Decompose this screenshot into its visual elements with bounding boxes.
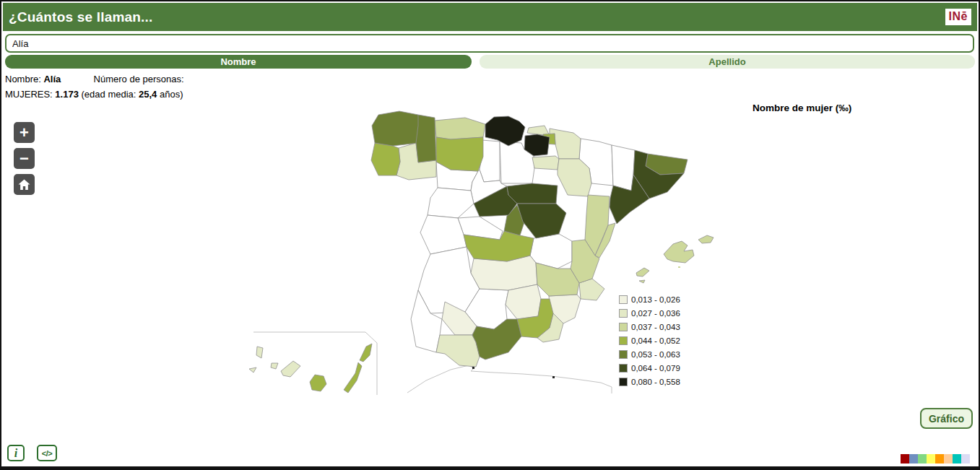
palette-color-square [961, 454, 970, 464]
legend-item: 0,064 - 0,079 [619, 361, 680, 375]
legend-label: 0,053 - 0,063 [631, 350, 680, 359]
province-pontevedra[interactable] [371, 143, 400, 175]
province-fuerteventura[interactable] [344, 362, 362, 393]
app-window: ¿Cuántos se llaman... INē Nombre Apellid… [0, 0, 980, 470]
search-input[interactable] [5, 34, 974, 53]
grafico-button[interactable]: Gráfico [920, 408, 973, 429]
province-el-hierro[interactable] [249, 367, 256, 373]
province-lleida[interactable] [612, 145, 635, 191]
legend-item: 0,013 - 0,026 [619, 292, 680, 306]
result-summary: Nombre: Alía Número de personas: MUJERES… [5, 71, 184, 102]
palette-color-square [953, 454, 961, 464]
gender-label: MUJERES: [5, 89, 53, 100]
palette-color-square [944, 454, 953, 464]
ceuta-dot [472, 367, 474, 369]
province-formentera[interactable] [639, 280, 645, 283]
province-lugo[interactable] [416, 115, 436, 162]
legend-label: 0,080 - 0,558 [631, 378, 680, 386]
province-lanzarote[interactable] [360, 344, 372, 362]
age-suffix: años) [160, 89, 183, 100]
legend-item: 0,080 - 0,558 [619, 375, 680, 388]
map-zoom-in-button[interactable]: + [14, 122, 35, 143]
grafico-button-label: Gráfico [929, 413, 964, 425]
palette-color-square [909, 454, 918, 464]
map-zoom-out-button[interactable]: − [14, 148, 35, 169]
tab-apellido[interactable]: Apellido [480, 55, 975, 69]
legend-item: 0,027 - 0,036 [619, 306, 680, 320]
province-gran-canaria[interactable] [310, 375, 326, 391]
count-value: 1.173 [55, 89, 79, 100]
province-la-palma[interactable] [256, 347, 263, 358]
palette-color-square [935, 454, 944, 464]
province-guadalajara[interactable] [517, 204, 566, 238]
choropleth-map[interactable] [3, 103, 980, 468]
province-ibiza[interactable] [636, 268, 649, 277]
palette-color-square [901, 454, 909, 464]
palette-color-square [927, 454, 935, 464]
province-la-gomera[interactable] [271, 363, 278, 369]
province-mallorca[interactable] [664, 241, 694, 263]
header-bar: ¿Cuántos se llaman... INē [3, 3, 977, 31]
province-menorca[interactable] [698, 235, 714, 243]
province-cadiz[interactable] [436, 335, 480, 367]
province-a-coruna[interactable] [372, 111, 420, 146]
legend-item: 0,037 - 0,043 [619, 320, 680, 334]
home-icon [18, 179, 30, 191]
age-value: 25,4 [139, 89, 157, 100]
province-jaen[interactable] [506, 284, 541, 319]
tab-nombre-label: Nombre [220, 56, 256, 67]
color-palette-strip[interactable] [901, 454, 970, 464]
legend-item: 0,053 - 0,063 [619, 347, 680, 361]
palette-color-square [918, 454, 927, 464]
legend-item: 0,044 - 0,052 [619, 334, 680, 347]
legend-swatch [619, 323, 628, 331]
info-icon: i [14, 447, 17, 460]
legend-swatch [619, 378, 628, 386]
info-button[interactable]: i [7, 445, 25, 461]
map-home-button[interactable] [14, 174, 35, 195]
name-value: Alía [43, 74, 61, 84]
legend-swatch [619, 295, 628, 304]
map-legend: 0,013 - 0,0260,027 - 0,0360,037 - 0,0430… [619, 292, 680, 388]
legend-label: 0,037 - 0,043 [631, 323, 680, 331]
legend-label: 0,044 - 0,052 [631, 336, 680, 345]
province-la-rioja[interactable] [532, 156, 559, 170]
age-prefix: (edad media: [82, 89, 136, 100]
province-tenerife[interactable] [281, 361, 300, 377]
count-label: Número de personas: [94, 74, 184, 84]
legend-label: 0,013 - 0,026 [631, 295, 680, 304]
legend-swatch [619, 364, 628, 373]
map-area[interactable]: + − Nombre de mujer (‰) 0,013 - 0,0260,0… [3, 103, 977, 463]
africa-coastline [407, 365, 612, 393]
embed-code-button[interactable]: </> [37, 445, 57, 461]
result-line-name: Nombre: Alía Número de personas: [5, 71, 184, 87]
legend-label: 0,064 - 0,079 [631, 364, 680, 373]
page-title: ¿Cuántos se llaman... [9, 9, 153, 25]
map-legend-title: Nombre de mujer (‰) [753, 103, 851, 113]
ine-logo[interactable]: INē [945, 9, 971, 25]
province-soria[interactable] [507, 183, 558, 204]
cabrera-islet [678, 266, 680, 268]
result-line-count: MUJERES: 1.173 (edad media: 25,4 años) [5, 87, 184, 102]
province-asturias[interactable] [435, 118, 485, 139]
search-wrap [5, 34, 974, 53]
code-icon: </> [42, 449, 52, 458]
plus-icon: + [19, 125, 29, 141]
name-label: Nombre: [5, 74, 41, 84]
legend-swatch [619, 350, 628, 359]
legend-swatch [619, 309, 628, 318]
province-salamanca[interactable] [428, 188, 474, 218]
tab-nombre[interactable]: Nombre [5, 55, 472, 69]
minus-icon: − [19, 151, 29, 167]
tab-apellido-label: Apellido [708, 56, 745, 67]
melilla-dot [552, 376, 555, 378]
legend-swatch [619, 336, 628, 345]
legend-label: 0,027 - 0,036 [631, 309, 680, 318]
